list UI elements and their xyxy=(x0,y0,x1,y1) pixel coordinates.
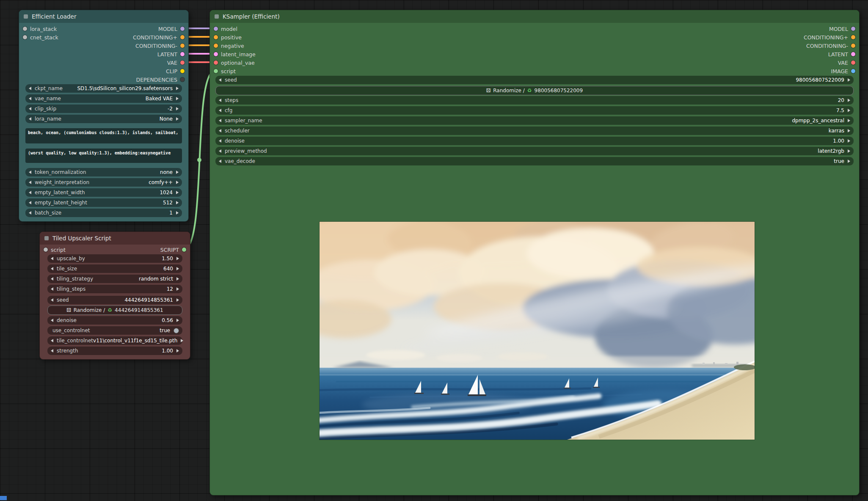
input-port-negative[interactable]: negative xyxy=(214,41,244,50)
decrement-arrow-icon[interactable] xyxy=(219,78,221,82)
port-dot[interactable] xyxy=(180,69,185,73)
decrement-arrow-icon[interactable] xyxy=(51,349,53,352)
widget-scheduler[interactable]: scheduler karras xyxy=(215,127,854,135)
node-title-bar[interactable]: KSampler (Efficient) xyxy=(210,10,859,23)
randomize-seed-button[interactable]: ⚄ Randomize / ♻ 980056807522009 xyxy=(215,86,854,95)
increment-arrow-icon[interactable] xyxy=(181,339,183,342)
decrement-arrow-icon[interactable] xyxy=(219,99,221,102)
widget-use-controlnet[interactable]: use_controlnet true xyxy=(47,326,182,335)
port-dot[interactable] xyxy=(851,52,855,56)
widget-vae-decode[interactable]: vae_decode true xyxy=(215,157,854,165)
increment-arrow-icon[interactable] xyxy=(848,119,850,122)
decrement-arrow-icon[interactable] xyxy=(29,211,31,215)
decrement-arrow-icon[interactable] xyxy=(219,160,221,163)
output-port-model[interactable]: MODEL xyxy=(158,25,185,33)
widget-steps[interactable]: steps 20 xyxy=(215,96,854,105)
decrement-arrow-icon[interactable] xyxy=(29,171,31,174)
increment-arrow-icon[interactable] xyxy=(848,149,850,153)
widget-upscale-by[interactable]: upscale_by 1.50 xyxy=(47,254,182,263)
port-dot[interactable] xyxy=(214,61,218,65)
increment-arrow-icon[interactable] xyxy=(176,117,179,121)
node-title-bar[interactable]: Efficient Loader xyxy=(19,10,188,23)
port-dot[interactable] xyxy=(851,27,855,31)
positive-prompt-textarea[interactable]: beach, ocean, (cumulonimbus clouds:1.3),… xyxy=(25,128,182,143)
increment-arrow-icon[interactable] xyxy=(176,97,179,100)
port-dot[interactable] xyxy=(180,61,185,65)
widget-strength[interactable]: strength 1.00 xyxy=(47,347,182,355)
decrement-arrow-icon[interactable] xyxy=(219,149,221,153)
port-dot[interactable] xyxy=(180,35,185,39)
port-dot[interactable] xyxy=(851,61,855,65)
decrement-arrow-icon[interactable] xyxy=(51,287,53,291)
increment-arrow-icon[interactable] xyxy=(848,78,850,82)
increment-arrow-icon[interactable] xyxy=(176,191,179,194)
widget-tiling-strategy[interactable]: tiling_strategy random strict xyxy=(47,275,182,283)
input-port-script[interactable]: script xyxy=(214,67,236,75)
widget-empty-latent-height[interactable]: empty_latent_height 512 xyxy=(25,198,182,207)
port-dot[interactable] xyxy=(182,248,186,252)
widget-preview-method[interactable]: preview_method latent2rgb xyxy=(215,147,854,155)
port-dot[interactable] xyxy=(214,35,218,39)
increment-arrow-icon[interactable] xyxy=(176,257,179,260)
graph-canvas[interactable]: { "canvas": { "corner_color": "#3f7fd4" … xyxy=(0,0,868,501)
port-dot[interactable] xyxy=(180,44,185,48)
node-tiled-upscaler-script[interactable]: Tiled Upscaler Script script SCRIPT upsc… xyxy=(39,231,190,360)
decrement-arrow-icon[interactable] xyxy=(29,107,31,110)
decrement-arrow-icon[interactable] xyxy=(51,267,53,270)
output-port-conditioning-minus[interactable]: CONDITIONING- xyxy=(806,41,855,50)
port-dot[interactable] xyxy=(214,27,218,31)
output-port-vae[interactable]: VAE xyxy=(167,58,185,67)
increment-arrow-icon[interactable] xyxy=(176,107,179,110)
collapse-icon[interactable] xyxy=(44,236,49,240)
port-dot[interactable] xyxy=(214,44,218,48)
output-port-latent[interactable]: LATENT xyxy=(828,50,855,58)
widget-clip-skip[interactable]: clip_skip -2 xyxy=(25,105,182,113)
output-port-conditioning-minus[interactable]: CONDITIONING- xyxy=(135,41,185,50)
increment-arrow-icon[interactable] xyxy=(176,87,179,90)
increment-arrow-icon[interactable] xyxy=(848,109,850,112)
increment-arrow-icon[interactable] xyxy=(848,99,850,102)
node-title-bar[interactable]: Tiled Upscaler Script xyxy=(40,232,190,245)
output-port-script[interactable]: SCRIPT xyxy=(160,245,186,254)
input-port-cnet-stack[interactable]: cnet_stack xyxy=(23,33,58,41)
widget-token-normalization[interactable]: token_normalization none xyxy=(25,168,182,176)
decrement-arrow-icon[interactable] xyxy=(219,139,221,143)
output-port-vae[interactable]: VAE xyxy=(838,58,855,67)
increment-arrow-icon[interactable] xyxy=(176,349,179,352)
collapse-icon[interactable] xyxy=(24,14,28,19)
increment-arrow-icon[interactable] xyxy=(176,267,179,270)
increment-arrow-icon[interactable] xyxy=(176,277,179,281)
increment-arrow-icon[interactable] xyxy=(176,201,179,204)
input-port-lora-stack[interactable]: lora_stack xyxy=(23,25,57,33)
decrement-arrow-icon[interactable] xyxy=(51,339,53,342)
increment-arrow-icon[interactable] xyxy=(176,181,179,184)
port-dot[interactable] xyxy=(851,35,855,39)
port-dot[interactable] xyxy=(180,27,185,31)
widget-seed[interactable]: seed 980056807522009 xyxy=(215,76,854,84)
widget-ckpt-name[interactable]: ckpt_name SD1.5\sdSilicon_silicon29.safe… xyxy=(25,84,182,93)
widget-cfg[interactable]: cfg 7.5 xyxy=(215,106,854,115)
increment-arrow-icon[interactable] xyxy=(176,287,179,291)
decrement-arrow-icon[interactable] xyxy=(29,191,31,194)
port-dot[interactable] xyxy=(851,44,855,48)
node-ksampler-efficient[interactable]: KSampler (Efficient) model positive nega… xyxy=(209,10,860,495)
widget-vae-name[interactable]: vae_name Baked VAE xyxy=(25,94,182,103)
widget-weight-interpretation[interactable]: weight_interpretation comfy++ xyxy=(25,178,182,187)
port-dot[interactable] xyxy=(214,52,218,56)
output-port-model[interactable]: MODEL xyxy=(829,25,855,33)
increment-arrow-icon[interactable] xyxy=(176,319,179,322)
decrement-arrow-icon[interactable] xyxy=(29,181,31,184)
decrement-arrow-icon[interactable] xyxy=(29,117,31,121)
output-port-conditioning-plus[interactable]: CONDITIONING+ xyxy=(133,33,185,41)
increment-arrow-icon[interactable] xyxy=(176,171,179,174)
decrement-arrow-icon[interactable] xyxy=(51,277,53,281)
toggle-knob[interactable] xyxy=(174,328,179,333)
input-port-optional-vae[interactable]: optional_vae xyxy=(214,58,255,67)
widget-denoise[interactable]: denoise 0.56 xyxy=(47,316,182,325)
increment-arrow-icon[interactable] xyxy=(848,129,850,132)
increment-arrow-icon[interactable] xyxy=(848,139,850,143)
port-dot[interactable] xyxy=(180,77,185,82)
input-port-script[interactable]: script xyxy=(44,245,66,254)
increment-arrow-icon[interactable] xyxy=(848,160,850,163)
port-dot[interactable] xyxy=(44,248,48,252)
